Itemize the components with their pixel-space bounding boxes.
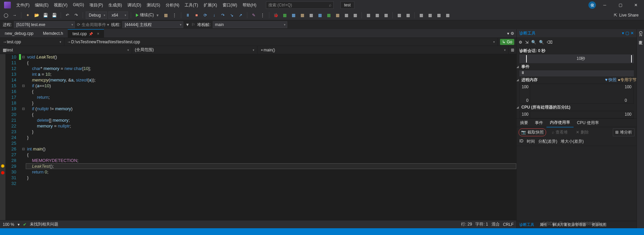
menu-item[interactable]: 分析(N) bbox=[163, 1, 182, 9]
path-nav[interactable]: → D:\vsTest\newThread\test\test\test.cpp bbox=[64, 38, 498, 46]
tb-icon[interactable]: ▦ bbox=[435, 11, 442, 19]
zoom-out-icon[interactable] bbox=[539, 40, 544, 45]
restart-icon[interactable]: ⟳ bbox=[202, 11, 209, 19]
step-out-icon[interactable]: ↗ bbox=[237, 11, 244, 19]
menu-item[interactable]: 帮助(H) bbox=[240, 1, 259, 9]
user-badge[interactable]: 俊 bbox=[588, 1, 596, 9]
panel-close-icon[interactable]: ✕ bbox=[630, 31, 634, 36]
code-text[interactable]: void LeakTest(){ char* memory = new char… bbox=[26, 54, 516, 220]
step-icon[interactable]: ↓ bbox=[210, 11, 218, 19]
tb-icon[interactable]: ▦ bbox=[162, 11, 169, 19]
pause-icon[interactable]: ⏸ bbox=[184, 11, 191, 19]
minimize-button[interactable]: ─ bbox=[598, 0, 611, 10]
nav-back-icon[interactable]: ◯ bbox=[2, 11, 9, 19]
tb-icon[interactable]: ▦ bbox=[307, 11, 315, 19]
new-icon[interactable]: ✦ bbox=[24, 11, 32, 19]
tb-icon[interactable]: ▦ bbox=[373, 11, 381, 19]
solution-config[interactable]: test bbox=[340, 1, 354, 9]
tab-summary[interactable]: 摘要 bbox=[517, 119, 532, 127]
events-section[interactable]: 事件 bbox=[517, 63, 637, 70]
menu-item[interactable]: 项目(P) bbox=[87, 1, 106, 9]
menu-item[interactable]: 调试(D) bbox=[125, 1, 144, 9]
tb-icon[interactable]: ⋮ bbox=[171, 11, 178, 19]
global-scope[interactable]: (全局范围) bbox=[132, 46, 257, 54]
memory-graph[interactable]: 1000 1000 bbox=[519, 84, 634, 104]
close-button[interactable]: ✕ bbox=[629, 0, 643, 10]
memory-section[interactable]: 进程内存 ▼快照 ●专用字节 bbox=[517, 76, 637, 84]
tb-icon[interactable]: ▦ bbox=[365, 11, 372, 19]
project-scope[interactable]: ▦ test bbox=[0, 46, 132, 54]
function-scope[interactable]: ⚬ main() bbox=[257, 46, 509, 54]
tab-memory-usage[interactable]: 内存使用率 bbox=[546, 118, 574, 127]
tab-cpu-usage[interactable]: CPU 使用率 bbox=[574, 119, 602, 127]
chevron-down-icon[interactable]: ▾ bbox=[507, 31, 509, 36]
insert-mode[interactable]: 混合 bbox=[492, 221, 500, 227]
issues-status[interactable]: 未找到相关问题 bbox=[30, 221, 58, 227]
tb-icon[interactable]: ✎ bbox=[250, 11, 257, 19]
go-button[interactable]: ↳ Go bbox=[500, 39, 514, 45]
maximize-button[interactable]: ▢ bbox=[614, 0, 627, 10]
fold-margin[interactable]: ⊟⊟⊟⊟ bbox=[21, 54, 26, 220]
file-nav-combo[interactable]: → test.cpp bbox=[0, 38, 64, 46]
panel-pin-icon[interactable]: ▢ bbox=[625, 31, 629, 36]
thread-combo[interactable]: [44444] 主线程 bbox=[122, 21, 183, 28]
export-icon[interactable]: ⇲ bbox=[525, 40, 528, 45]
redo-icon[interactable]: ↷ bbox=[72, 11, 80, 19]
tab-test-cpp[interactable]: test.cpp bbox=[68, 29, 104, 38]
line-ending[interactable]: CRLF bbox=[503, 222, 514, 227]
gear-icon[interactable] bbox=[511, 31, 514, 36]
tb-icon[interactable]: ▦ bbox=[382, 11, 390, 19]
bot-tab-diag[interactable]: 诊断工具 bbox=[517, 221, 537, 228]
tb-icon[interactable]: ▦ bbox=[281, 11, 288, 19]
stack-combo[interactable]: main bbox=[213, 21, 287, 28]
tb-icon[interactable]: 🐞 bbox=[272, 11, 279, 19]
filter-icon[interactable]: ▼ bbox=[185, 22, 189, 27]
tb-icon[interactable]: ▦ bbox=[316, 11, 324, 19]
config-combo[interactable]: Debug bbox=[86, 11, 107, 19]
stop-icon[interactable]: ■ bbox=[193, 11, 200, 19]
menu-item[interactable]: 文件(F) bbox=[14, 1, 32, 9]
split-icon[interactable]: ⊞ bbox=[509, 48, 516, 52]
take-snapshot-button[interactable]: 截取快照 bbox=[519, 128, 546, 136]
tb-icon[interactable]: ▦ bbox=[444, 11, 451, 19]
heap-analysis-button[interactable]: ⊞ 堆分析 bbox=[613, 128, 635, 136]
menu-item[interactable]: 扩展(X) bbox=[201, 1, 220, 9]
flag-icon[interactable]: ⚐ bbox=[191, 22, 195, 27]
tb-icon[interactable]: ▦ bbox=[395, 11, 403, 19]
nav-fwd-icon[interactable]: → bbox=[11, 11, 18, 19]
process-combo[interactable]: [51076] test.exe bbox=[14, 21, 75, 28]
step-into-icon[interactable]: ↘ bbox=[228, 11, 235, 19]
step-over-icon[interactable]: ↷ bbox=[219, 11, 227, 19]
cpu-section[interactable]: CPU (所有处理器的百分比) bbox=[517, 104, 637, 111]
menu-item[interactable]: 生成(B) bbox=[106, 1, 125, 9]
zoom-chevron[interactable]: ▾ bbox=[18, 222, 20, 227]
git-changes-sidebar[interactable]: Git 更改 bbox=[637, 29, 644, 228]
bot-tab-resources[interactable]: 资源视图 bbox=[589, 221, 609, 228]
search-input[interactable]: 搜索 (Ctrl+Q) ⌕ bbox=[266, 1, 334, 9]
menu-item[interactable]: 视图(V) bbox=[51, 1, 70, 9]
live-share-button[interactable]: ⇱Live Share bbox=[610, 13, 642, 18]
lifecycle-events[interactable]: ⟳ 生命周期事件 ▾ bbox=[77, 22, 109, 28]
menu-item[interactable]: Git(G) bbox=[70, 1, 87, 9]
tab-new-debug[interactable]: new_debug.cpp bbox=[0, 29, 38, 38]
menu-item[interactable]: 窗口(W) bbox=[220, 1, 240, 9]
menu-item[interactable]: 测试(S) bbox=[144, 1, 163, 9]
settings-icon[interactable] bbox=[519, 40, 522, 45]
code-editor[interactable]: 1011121314151617181920212223242526272829… bbox=[0, 54, 516, 220]
open-icon[interactable]: 📂 bbox=[33, 11, 40, 19]
panel-dropdown-icon[interactable]: ▾ bbox=[622, 31, 624, 36]
zoom-in-icon[interactable] bbox=[531, 40, 536, 45]
save-all-icon[interactable]: 💾 bbox=[50, 11, 58, 19]
timeline-ruler[interactable]: 10秒 bbox=[519, 54, 634, 63]
tb-icon[interactable]: ▦ bbox=[325, 11, 332, 19]
menu-item[interactable]: 工具(T) bbox=[182, 1, 201, 9]
menu-item[interactable]: 编辑(E) bbox=[32, 1, 51, 9]
reset-icon[interactable]: ⌫ bbox=[547, 40, 553, 45]
undo-icon[interactable]: ↶ bbox=[64, 11, 71, 19]
tab-events[interactable]: 事件 bbox=[532, 119, 546, 127]
bot-tab-solution[interactable]: 解决方案资源管理器 bbox=[550, 221, 589, 228]
tab-memdect[interactable]: Memdect.h bbox=[38, 29, 68, 38]
pin-icon[interactable] bbox=[89, 31, 93, 36]
continue-button[interactable]: 继续(C)▾ bbox=[134, 11, 161, 19]
tb-icon[interactable]: ▦ bbox=[417, 11, 425, 19]
